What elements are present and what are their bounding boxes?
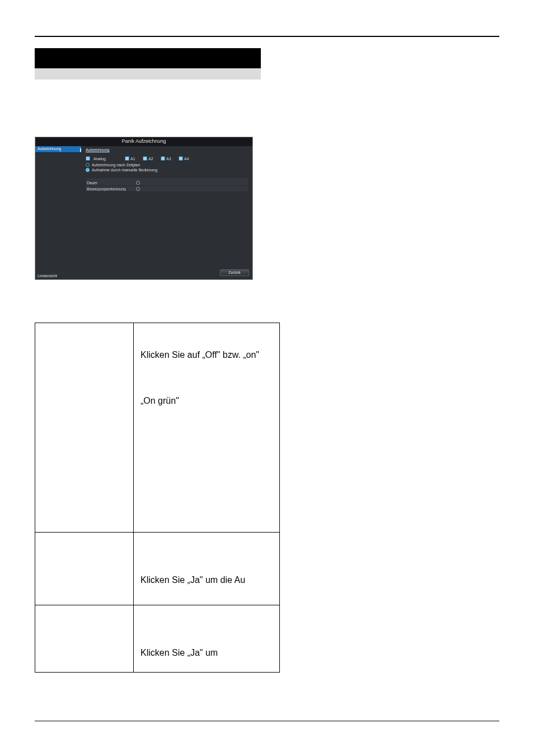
- dvr-screenshot: Panik Aufzeichnung Aufzeichnung Liveansi…: [35, 137, 253, 280]
- section-heading-black: [35, 48, 261, 68]
- radio-manuell[interactable]: [86, 168, 90, 172]
- label-a4: A4: [184, 157, 189, 161]
- label-dauer: Dauer: [86, 181, 136, 185]
- instruction-table: Klicken Sie auf „Off" bzw. „on" „On grün…: [35, 323, 280, 673]
- checkbox-a2[interactable]: [143, 156, 147, 161]
- sidebar: Aufzeichnung Liveansicht: [35, 146, 81, 279]
- main-panel: Aufzeichnung Analog A1 A2 A3 A4 Aufzeich…: [81, 146, 252, 279]
- row-dauer[interactable]: Dauer: [86, 180, 248, 186]
- table-cell-left-1: [35, 323, 134, 533]
- label-a3: A3: [166, 157, 171, 161]
- label-a1: A1: [130, 157, 135, 161]
- table-row: Klicken Sie „Ja" um die Au: [35, 533, 280, 605]
- label-manuell: Aufnahme durch manuelle Bedienung: [92, 168, 157, 172]
- sidebar-liveansicht[interactable]: Liveansicht: [38, 274, 57, 278]
- label-analog: Analog: [93, 157, 121, 161]
- text-ja-au: Klicken Sie „Ja" um die Au: [140, 575, 245, 585]
- sidebar-item-label: Aufzeichnung: [38, 147, 61, 151]
- table-cell-right-3: Klicken Sie „Ja" um: [134, 605, 280, 673]
- table-row: Klicken Sie auf „Off" bzw. „on" „On grün…: [35, 323, 280, 533]
- radio-zeitplan[interactable]: [86, 163, 90, 167]
- table-cell-left-3: [35, 605, 134, 673]
- sidebar-item-aufzeichnung[interactable]: Aufzeichnung: [35, 146, 81, 153]
- back-button[interactable]: Zurück: [220, 269, 249, 276]
- table-cell-right-2: Klicken Sie „Ja" um die Au: [134, 533, 280, 605]
- bottom-rule: [35, 721, 499, 721]
- text-off-on: Klicken Sie auf „Off" bzw. „on": [140, 350, 259, 360]
- checkbox-a4[interactable]: [179, 156, 183, 161]
- checkbox-analog[interactable]: [86, 156, 90, 161]
- dot-bewegung[interactable]: [136, 187, 140, 191]
- label-bewegung: Bewegungserkennung: [86, 187, 136, 191]
- separator: [86, 179, 248, 179]
- checkbox-group: Analog A1 A2 A3 A4 Aufzeichnung nach Zei…: [86, 155, 248, 172]
- row-bewegung[interactable]: Bewegungserkennung: [86, 186, 248, 192]
- tab-aufzeichnung[interactable]: Aufzeichnung: [86, 148, 109, 152]
- section-heading-box: [35, 48, 261, 80]
- checkbox-a1[interactable]: [125, 156, 129, 161]
- table-cell-right-1: Klicken Sie auf „Off" bzw. „on" „On grün…: [134, 323, 280, 533]
- dot-dauer[interactable]: [136, 181, 140, 185]
- label-zeitplan: Aufzeichnung nach Zeitplan: [92, 163, 140, 167]
- checkbox-a3[interactable]: [161, 156, 165, 161]
- text-on-gruen: „On grün": [140, 396, 179, 405]
- table-cell-left-2: [35, 533, 134, 605]
- section-heading-grey: [35, 68, 261, 80]
- label-a2: A2: [148, 157, 153, 161]
- top-rule: [35, 36, 499, 37]
- table-row: Klicken Sie „Ja" um: [35, 605, 280, 673]
- text-ja-um: Klicken Sie „Ja" um: [140, 648, 218, 657]
- window-title: Panik Aufzeichnung: [35, 138, 252, 144]
